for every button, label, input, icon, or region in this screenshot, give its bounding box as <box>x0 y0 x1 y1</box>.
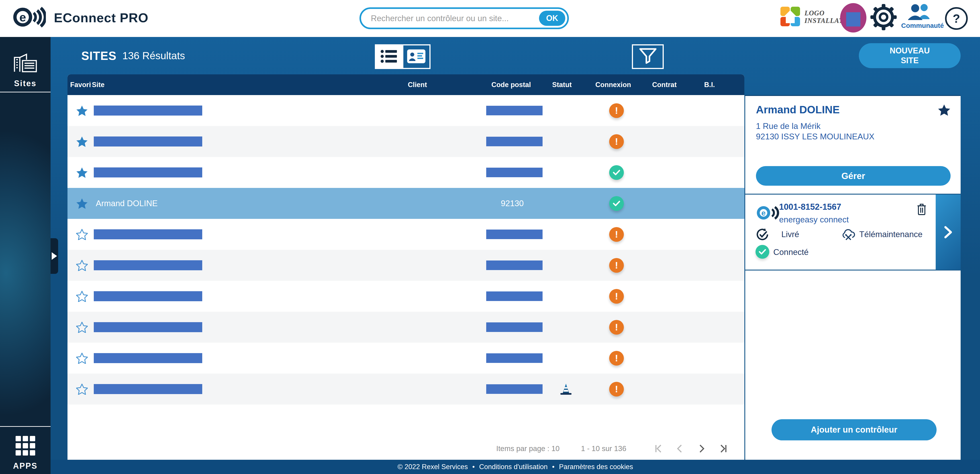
table-row[interactable]: ! <box>67 312 745 343</box>
redacted-site-bar <box>94 291 202 301</box>
copyright-text: © 2022 Rexel Services <box>398 463 468 471</box>
footer-bullet: • <box>473 463 475 471</box>
sidebar-divider-bottom <box>0 426 51 427</box>
site-address: 1 Rue de la Mérik 92130 ISSY LES MOULINE… <box>756 121 874 142</box>
col-contrat[interactable]: Contrat <box>642 74 687 95</box>
sidebar-item-sites[interactable]: Sites <box>0 51 51 88</box>
traffic-cone-icon <box>546 374 585 404</box>
redacted-code-bar <box>486 168 542 177</box>
site-name-cell: Armand DOLINE <box>96 188 158 219</box>
list-view-button[interactable] <box>376 45 402 68</box>
controller-type: energeasy connect <box>779 215 849 224</box>
table-row[interactable]: Armand DOLINE92130 <box>67 188 745 219</box>
star-outline-icon[interactable] <box>72 343 92 374</box>
items-per-page-label: Items par page : 10 <box>496 444 560 453</box>
warning-icon: ! <box>609 382 624 396</box>
col-site[interactable]: ↑Site <box>88 74 105 95</box>
table-row[interactable] <box>67 157 745 188</box>
star-outline-icon[interactable] <box>72 312 92 343</box>
site-name: Armand DOLINE <box>756 103 840 116</box>
table-row[interactable]: ! <box>67 374 745 404</box>
warning-icon: ! <box>609 289 624 304</box>
table-row[interactable]: ! <box>67 95 745 126</box>
star-outline-icon[interactable] <box>72 374 92 404</box>
page-range-label: 1 - 10 sur 136 <box>581 444 626 453</box>
econnect-logo-icon: e <box>13 4 46 31</box>
controller-id: 1001-8152-1567 <box>779 202 841 212</box>
delete-controller-icon[interactable] <box>916 203 927 216</box>
star-filled-icon[interactable] <box>72 95 92 126</box>
page-title: SITES 136 Résultats <box>81 37 185 74</box>
warning-icon: ! <box>609 134 624 149</box>
settings-gear-icon[interactable] <box>870 4 897 31</box>
community-item[interactable]: Communauté <box>901 2 939 29</box>
search-bar: OK <box>360 7 569 29</box>
col-bi[interactable]: B.I. <box>689 74 730 95</box>
star-outline-icon[interactable] <box>72 250 92 281</box>
star-filled-icon[interactable] <box>72 157 92 188</box>
col-connexion[interactable]: Connexion <box>591 74 635 95</box>
user-avatar[interactable] <box>840 3 866 32</box>
redacted-code-bar <box>486 291 542 301</box>
col-favori[interactable]: Favori <box>70 74 91 95</box>
col-client[interactable]: Client <box>395 74 440 95</box>
col-code-postal[interactable]: Code postal <box>482 74 540 95</box>
list-view-icon <box>380 49 398 65</box>
connexion-cell: ! <box>594 312 639 343</box>
star-filled-icon[interactable] <box>72 188 92 219</box>
connexion-cell <box>594 188 639 219</box>
table-row[interactable]: ! <box>67 343 745 374</box>
terms-link[interactable]: Conditions d'utilisation <box>479 463 548 471</box>
sidebar-item-apps[interactable]: APPS <box>0 436 51 471</box>
star-outline-icon[interactable] <box>72 219 92 250</box>
search-ok-button[interactable]: OK <box>539 11 565 26</box>
redacted-site-bar <box>94 260 202 270</box>
redacted-code-bar <box>486 229 542 239</box>
view-toggle <box>375 44 431 69</box>
brand: e EConnect PRO <box>13 4 148 31</box>
favorite-star-icon[interactable] <box>938 104 950 117</box>
star-filled-icon[interactable] <box>72 126 92 157</box>
chevron-right-icon <box>943 225 953 239</box>
table-row[interactable]: ! <box>67 219 745 250</box>
last-page-icon[interactable] <box>719 443 729 454</box>
sidebar-expand-toggle[interactable] <box>51 238 58 274</box>
address-line2: 92130 ISSY LES MOULINEAUX <box>756 131 874 142</box>
next-page-icon[interactable] <box>697 443 707 454</box>
apps-label: APPS <box>0 461 51 471</box>
svg-text:e: e <box>762 208 766 217</box>
table-row[interactable]: ! <box>67 281 745 312</box>
footer-bullet: • <box>552 463 555 471</box>
page-title-main: SITES <box>81 49 116 62</box>
warning-icon: ! <box>609 351 624 366</box>
connexion-cell: ! <box>594 95 639 126</box>
filter-button[interactable] <box>632 44 664 69</box>
card-view-button[interactable] <box>402 45 430 68</box>
star-outline-icon[interactable] <box>72 281 92 312</box>
sidebar: Sites APPS <box>0 37 51 474</box>
controller-card[interactable]: e 1001-8152-1567 energeasy connect <box>745 194 961 270</box>
connexion-cell: ! <box>594 126 639 157</box>
warning-icon: ! <box>609 258 624 273</box>
help-button[interactable]: ? <box>945 7 968 30</box>
table-row[interactable]: ! <box>67 126 745 157</box>
new-site-button[interactable]: NOUVEAU SITE <box>859 43 961 68</box>
connexion-cell: ! <box>594 281 639 312</box>
building-icon <box>12 70 39 74</box>
connexion-cell: ! <box>594 343 639 374</box>
col-statut[interactable]: Statut <box>541 74 583 95</box>
table-row[interactable]: ! <box>67 250 745 281</box>
address-line1: 1 Rue de la Mérik <box>756 121 874 131</box>
search-input[interactable] <box>371 10 523 27</box>
connected-icon <box>609 196 624 211</box>
results-count: 136 Résultats <box>122 50 185 62</box>
first-page-icon[interactable] <box>653 443 663 454</box>
controller-expand-button[interactable] <box>935 195 961 270</box>
redacted-code-bar <box>486 261 542 270</box>
connected-icon <box>756 245 769 259</box>
manage-button[interactable]: Gérer <box>756 166 951 186</box>
cookies-link[interactable]: Paramètres des cookies <box>559 463 633 471</box>
pagination: Items par page : 10 1 - 10 sur 136 <box>496 443 729 454</box>
previous-page-icon[interactable] <box>675 443 685 454</box>
add-controller-button[interactable]: Ajouter un contrôleur <box>772 419 937 441</box>
